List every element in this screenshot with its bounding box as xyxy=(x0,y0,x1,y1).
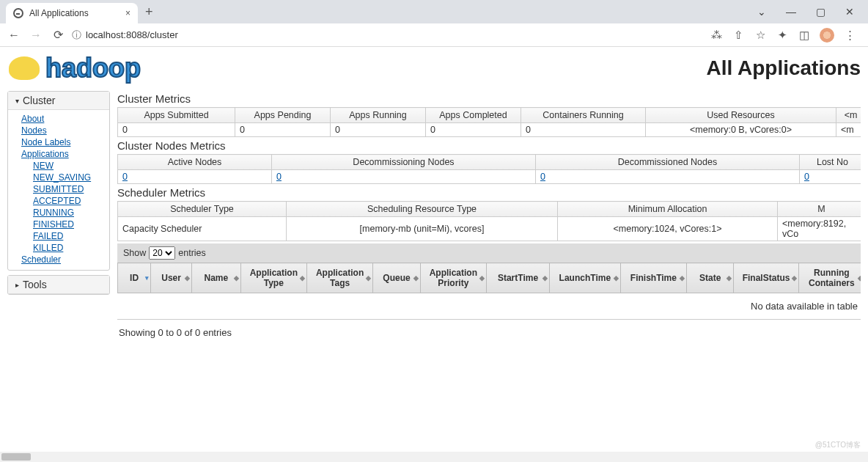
decommissioning-link[interactable]: 0 xyxy=(276,172,282,182)
minimize-icon[interactable]: — xyxy=(781,6,801,18)
th-lost: Lost No xyxy=(800,155,861,170)
sidebar-app-new[interactable]: NEW xyxy=(33,160,102,172)
td-active-nodes: 0 xyxy=(118,170,272,184)
tools-label: Tools xyxy=(23,279,47,290)
td-apps-running: 0 xyxy=(331,123,426,137)
sidebar-link-nodes[interactable]: Nodes xyxy=(21,125,102,136)
main-content: Cluster Metrics Apps Submitted Apps Pend… xyxy=(117,91,861,345)
bookmark-icon[interactable]: ☆ xyxy=(754,29,767,42)
th-used-resources: Used Resources xyxy=(646,108,836,123)
logo-text: hadoop xyxy=(45,53,141,84)
th-app-priority[interactable]: Application Priority◆ xyxy=(420,263,486,293)
hadoop-logo: hadoop xyxy=(7,53,141,84)
show-prefix: Show xyxy=(123,248,146,258)
sidebar-cluster-header[interactable]: ▾ Cluster xyxy=(8,92,109,110)
cluster-metrics-table: Apps Submitted Apps Pending Apps Running… xyxy=(117,107,861,137)
th-apps-running: Apps Running xyxy=(331,108,426,123)
td-sched-type: Capacity Scheduler xyxy=(118,217,287,241)
td-decommissioning: 0 xyxy=(272,170,536,184)
td-apps-pending: 0 xyxy=(235,123,331,137)
close-tab-icon[interactable]: × xyxy=(125,8,130,18)
td-min-alloc: <memory:1024, vCores:1> xyxy=(558,217,778,241)
th-running-containers[interactable]: Running Containers◆ xyxy=(798,263,861,293)
td-apps-completed: 0 xyxy=(426,123,521,137)
forward-button[interactable]: → xyxy=(28,29,44,42)
sidebar-link-applications[interactable]: Applications xyxy=(21,148,102,160)
nodes-metrics-title: Cluster Nodes Metrics xyxy=(117,139,861,152)
globe-icon xyxy=(13,8,23,18)
td-resource-type: [memory-mb (unit=Mi), vcores] xyxy=(287,217,558,241)
th-resource-type: Scheduling Resource Type xyxy=(287,202,558,217)
profile-avatar[interactable] xyxy=(820,28,834,43)
sidebar-app-killed[interactable]: KILLED xyxy=(33,242,102,254)
sort-icon: ◆ xyxy=(300,276,305,281)
th-app-tags[interactable]: Application Tags◆ xyxy=(306,263,372,293)
th-app-type[interactable]: Application Type◆ xyxy=(240,263,306,293)
decommissioned-link[interactable]: 0 xyxy=(540,172,545,182)
extensions-icon[interactable]: ✦ xyxy=(776,29,789,42)
sidebar-app-accepted[interactable]: ACCEPTED xyxy=(33,195,102,207)
th-decommissioned: Decommissioned Nodes xyxy=(536,155,800,170)
sidebar-link-scheduler[interactable]: Scheduler xyxy=(21,254,102,265)
th-name[interactable]: Name◆ xyxy=(192,263,241,293)
td-max-alloc: <memory:8192, vCo xyxy=(778,217,861,241)
back-button[interactable]: ← xyxy=(6,29,22,42)
th-finish-time[interactable]: FinishTime◆ xyxy=(620,263,686,293)
sidebar-link-node-labels[interactable]: Node Labels xyxy=(21,136,102,148)
browser-tab[interactable]: All Applications × xyxy=(6,3,138,23)
td-used-resources: <memory:0 B, vCores:0> xyxy=(646,123,836,137)
maximize-icon[interactable]: ▢ xyxy=(811,6,830,18)
th-launch-time[interactable]: LaunchTime◆ xyxy=(549,263,620,293)
side-panel-icon[interactable]: ◫ xyxy=(798,29,811,42)
th-sched-type: Scheduler Type xyxy=(118,202,287,217)
th-apps-submitted: Apps Submitted xyxy=(118,108,235,123)
active-nodes-link[interactable]: 0 xyxy=(122,172,128,182)
th-id[interactable]: ID ▾ xyxy=(118,263,151,293)
chevron-down-icon[interactable]: ⌄ xyxy=(752,6,771,18)
th-final-status[interactable]: FinalStatus◆ xyxy=(734,263,798,293)
close-icon[interactable]: ✕ xyxy=(840,6,859,18)
sort-icon: ◆ xyxy=(234,276,239,281)
scheduler-metrics-table: Scheduler Type Scheduling Resource Type … xyxy=(117,201,861,241)
sidebar-tools-section: ▸ Tools xyxy=(7,275,110,295)
td-apps-submitted: 0 xyxy=(118,123,235,137)
show-suffix: entries xyxy=(178,248,206,258)
site-info-icon[interactable]: ⓘ xyxy=(72,29,81,42)
td-decommissioned: 0 xyxy=(536,170,800,184)
sort-icon: ◆ xyxy=(727,276,732,281)
nodes-metrics-table: Active Nodes Decommissioning Nodes Decom… xyxy=(117,154,861,184)
address-bar: ← → ⟳ ⓘ localhost:8088/cluster ⁂ ⇧ ☆ ✦ ◫… xyxy=(0,23,868,47)
sidebar-app-finished[interactable]: FINISHED xyxy=(33,219,102,230)
url-input[interactable]: ⓘ localhost:8088/cluster xyxy=(72,29,704,42)
new-tab-button[interactable]: + xyxy=(145,4,153,20)
sidebar-app-running[interactable]: RUNNING xyxy=(33,207,102,219)
sidebar-app-new-saving[interactable]: NEW_SAVING xyxy=(33,172,102,183)
th-user[interactable]: User◆ xyxy=(151,263,192,293)
reload-button[interactable]: ⟳ xyxy=(50,28,66,42)
sidebar-link-about[interactable]: About xyxy=(21,113,102,125)
lost-link[interactable]: 0 xyxy=(804,172,809,182)
caret-down-icon: ▾ xyxy=(15,97,19,105)
th-queue[interactable]: Queue◆ xyxy=(373,263,420,293)
sidebar-app-failed[interactable]: FAILED xyxy=(33,230,102,242)
th-state[interactable]: State◆ xyxy=(687,263,734,293)
show-entries: Show 20 entries xyxy=(117,243,861,263)
menu-icon[interactable]: ⋮ xyxy=(843,29,856,42)
sort-asc-icon: ▾ xyxy=(145,276,149,281)
sidebar-app-submitted[interactable]: SUBMITTED xyxy=(33,183,102,195)
th-start-time[interactable]: StartTime◆ xyxy=(487,263,550,293)
sort-icon: ◆ xyxy=(185,276,190,281)
scheduler-metrics-title: Scheduler Metrics xyxy=(117,186,861,199)
sidebar: ▾ Cluster About Nodes Node Labels Applic… xyxy=(7,91,110,345)
url-text: localhost:8088/cluster xyxy=(86,29,178,40)
th-decommissioning: Decommissioning Nodes xyxy=(272,155,536,170)
browser-tab-bar: All Applications × + ⌄ — ▢ ✕ xyxy=(0,0,868,23)
th-active-nodes: Active Nodes xyxy=(118,155,272,170)
translate-icon[interactable]: ⁂ xyxy=(710,29,723,42)
sidebar-tools-header[interactable]: ▸ Tools xyxy=(8,276,109,294)
sort-icon: ◆ xyxy=(858,276,861,281)
th-min-alloc: Minimum Allocation xyxy=(558,202,778,217)
th-containers-running: Containers Running xyxy=(521,108,646,123)
entries-select[interactable]: 20 xyxy=(149,246,175,260)
share-icon[interactable]: ⇧ xyxy=(732,29,745,42)
